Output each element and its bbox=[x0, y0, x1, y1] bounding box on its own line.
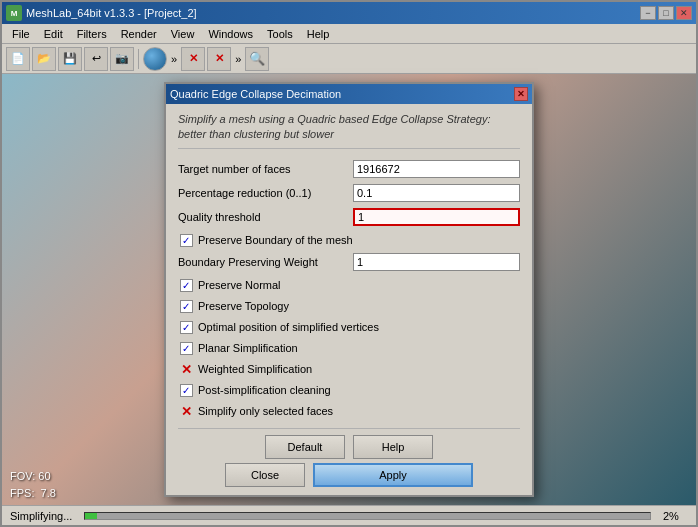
check-x-selected-icon: ✕ bbox=[180, 405, 193, 418]
menu-render[interactable]: Render bbox=[115, 26, 163, 42]
percentage-reduction-label: Percentage reduction (0..1) bbox=[178, 187, 353, 199]
post-cleaning-checkbox[interactable]: ✓ bbox=[178, 382, 194, 398]
check-checked-planar-icon: ✓ bbox=[180, 342, 193, 355]
preserve-boundary-checkbox[interactable]: ✓ bbox=[178, 232, 194, 248]
menu-file[interactable]: File bbox=[6, 26, 36, 42]
preserve-normal-row: ✓ Preserve Normal bbox=[178, 276, 520, 294]
save-button[interactable]: 💾 bbox=[58, 47, 82, 71]
boundary-weight-input[interactable] bbox=[353, 253, 520, 271]
menu-view[interactable]: View bbox=[165, 26, 201, 42]
toolbar-separator-1 bbox=[138, 49, 139, 69]
preserve-topology-label: Preserve Topology bbox=[198, 300, 289, 312]
preserve-topology-checkbox[interactable]: ✓ bbox=[178, 298, 194, 314]
default-button[interactable]: Default bbox=[265, 435, 345, 459]
main-window: M MeshLab_64bit v1.3.3 - [Project_2] − □… bbox=[0, 0, 698, 527]
dialog-title: Quadric Edge Collapse Decimation bbox=[170, 88, 341, 100]
snapshot-button[interactable]: 📷 bbox=[110, 47, 134, 71]
open-button[interactable]: 📂 bbox=[32, 47, 56, 71]
globe-button[interactable] bbox=[143, 47, 167, 71]
dialog-close-icon-btn[interactable]: ✕ bbox=[514, 87, 528, 101]
dialog-title-bar: Quadric Edge Collapse Decimation ✕ bbox=[166, 84, 532, 104]
check-checked-icon: ✓ bbox=[180, 234, 193, 247]
close-button[interactable]: Close bbox=[225, 463, 305, 487]
target-faces-row: Target number of faces bbox=[178, 159, 520, 179]
preserve-normal-label: Preserve Normal bbox=[198, 279, 281, 291]
menu-tools[interactable]: Tools bbox=[261, 26, 299, 42]
planar-simplification-checkbox[interactable]: ✓ bbox=[178, 340, 194, 356]
apply-button[interactable]: Apply bbox=[313, 463, 473, 487]
planar-simplification-row: ✓ Planar Simplification bbox=[178, 339, 520, 357]
preserve-normal-checkbox[interactable]: ✓ bbox=[178, 277, 194, 293]
status-percent: 2% bbox=[663, 510, 688, 522]
target-faces-label: Target number of faces bbox=[178, 163, 353, 175]
check-checked-normal-icon: ✓ bbox=[180, 279, 193, 292]
window-close-button[interactable]: ✕ bbox=[676, 6, 692, 20]
menu-filters[interactable]: Filters bbox=[71, 26, 113, 42]
status-bar: Simplifying... 2% bbox=[2, 505, 696, 525]
weighted-simplification-row: ✕ Weighted Simplification bbox=[178, 360, 520, 378]
x-button[interactable]: ✕ bbox=[181, 47, 205, 71]
planar-simplification-label: Planar Simplification bbox=[198, 342, 298, 354]
selected-faces-checkbox[interactable]: ✕ bbox=[178, 403, 194, 419]
quality-threshold-label: Quality threshold bbox=[178, 211, 353, 223]
progress-bar bbox=[84, 512, 651, 520]
percentage-reduction-input[interactable] bbox=[353, 184, 520, 202]
quality-threshold-row: Quality threshold bbox=[178, 207, 520, 227]
title-bar: M MeshLab_64bit v1.3.3 - [Project_2] − □… bbox=[2, 2, 696, 24]
quality-threshold-input[interactable] bbox=[353, 208, 520, 226]
check-checked-topology-icon: ✓ bbox=[180, 300, 193, 313]
optimal-position-row: ✓ Optimal position of simplified vertice… bbox=[178, 318, 520, 336]
optimal-position-label: Optimal position of simplified vertices bbox=[198, 321, 379, 333]
menu-bar: File Edit Filters Render View Windows To… bbox=[2, 24, 696, 44]
title-buttons: − □ ✕ bbox=[640, 6, 692, 20]
progress-bar-fill bbox=[85, 513, 96, 519]
maximize-button[interactable]: □ bbox=[658, 6, 674, 20]
preserve-boundary-row: ✓ Preserve Boundary of the mesh bbox=[178, 231, 520, 249]
weighted-simplification-label: Weighted Simplification bbox=[198, 363, 312, 375]
new-button[interactable]: 📄 bbox=[6, 47, 30, 71]
menu-edit[interactable]: Edit bbox=[38, 26, 69, 42]
check-checked-cleaning-icon: ✓ bbox=[180, 384, 193, 397]
x2-button[interactable]: ✕ bbox=[207, 47, 231, 71]
check-x-weighted-icon: ✕ bbox=[180, 363, 193, 376]
help-button[interactable]: Help bbox=[353, 435, 433, 459]
selected-faces-label: Simplify only selected faces bbox=[198, 405, 333, 417]
app-icon: M bbox=[6, 5, 22, 21]
weighted-simplification-checkbox[interactable]: ✕ bbox=[178, 361, 194, 377]
percentage-reduction-row: Percentage reduction (0..1) bbox=[178, 183, 520, 203]
title-bar-left: M MeshLab_64bit v1.3.3 - [Project_2] bbox=[6, 5, 197, 21]
check-checked-optimal-icon: ✓ bbox=[180, 321, 193, 334]
menu-help[interactable]: Help bbox=[301, 26, 336, 42]
post-cleaning-row: ✓ Post-simplification cleaning bbox=[178, 381, 520, 399]
selected-faces-row: ✕ Simplify only selected faces bbox=[178, 402, 520, 420]
dialog-body: Simplify a mesh using a Quadric based Ed… bbox=[166, 104, 532, 496]
undo-button[interactable]: ↩ bbox=[84, 47, 108, 71]
preserve-boundary-label: Preserve Boundary of the mesh bbox=[198, 234, 353, 246]
status-text: Simplifying... bbox=[10, 510, 72, 522]
window-title: MeshLab_64bit v1.3.3 - [Project_2] bbox=[26, 7, 197, 19]
toolbar: 📄 📂 💾 ↩ 📷 » ✕ ✕ » 🔍 bbox=[2, 44, 696, 74]
target-faces-input[interactable] bbox=[353, 160, 520, 178]
preserve-topology-row: ✓ Preserve Topology bbox=[178, 297, 520, 315]
menu-windows[interactable]: Windows bbox=[202, 26, 259, 42]
dialog-buttons-top: Default Help bbox=[178, 428, 520, 459]
decimation-dialog: Quadric Edge Collapse Decimation ✕ Simpl… bbox=[164, 82, 534, 498]
post-cleaning-label: Post-simplification cleaning bbox=[198, 384, 331, 396]
dialog-overlay: Quadric Edge Collapse Decimation ✕ Simpl… bbox=[2, 74, 696, 505]
dialog-description: Simplify a mesh using a Quadric based Ed… bbox=[178, 112, 520, 150]
boundary-weight-label: Boundary Preserving Weight bbox=[178, 256, 353, 268]
dialog-buttons-bottom: Close Apply bbox=[178, 463, 520, 487]
boundary-weight-row: Boundary Preserving Weight bbox=[178, 252, 520, 272]
search-button[interactable]: 🔍 bbox=[245, 47, 269, 71]
minimize-button[interactable]: − bbox=[640, 6, 656, 20]
optimal-position-checkbox[interactable]: ✓ bbox=[178, 319, 194, 335]
